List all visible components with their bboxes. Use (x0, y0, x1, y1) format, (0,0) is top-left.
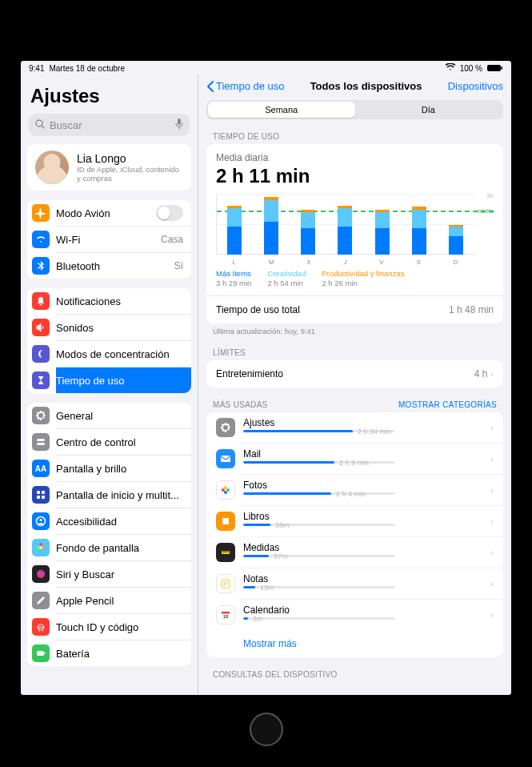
back-button[interactable]: Tiempo de uso (206, 80, 285, 92)
app-row-notas[interactable]: Notas13m› (240, 568, 503, 599)
sidebar-item-wifi[interactable]: Wi-FiCasa (56, 226, 191, 252)
app-name: Ajustes (243, 417, 482, 428)
sidebar-item-home-screen[interactable]: Pantalla de inicio y multit... (56, 481, 191, 508)
sidebar-item-apple-pencil[interactable]: Apple Pencil (56, 587, 191, 613)
total-usage-row[interactable]: Tiempo de uso total 1 h 48 min (206, 295, 503, 323)
show-categories-link[interactable]: MOSTRAR CATEGORÍAS (398, 400, 497, 409)
app-row-fotos[interactable]: Fotos2 h 4 min› (240, 474, 503, 505)
sidebar-item-accessibility[interactable]: Accesibilidad (56, 508, 191, 534)
svg-text:18: 18 (223, 614, 229, 619)
sidebar-item-label: Siri y Buscar (56, 568, 114, 580)
sidebar-item-label: Modo Avión (56, 207, 110, 219)
chart-bar (227, 206, 242, 255)
svg-rect-28 (222, 551, 230, 554)
svg-line-3 (42, 126, 44, 128)
person-icon (32, 512, 50, 530)
svg-point-16 (39, 549, 42, 552)
app-name: Libros (243, 511, 482, 522)
sidebar-item-notifications[interactable]: Notificaciones (27, 288, 191, 314)
app-time: 2 h 4 min (336, 490, 366, 498)
wifi-icon (32, 231, 50, 248)
devices-button[interactable]: Dispositivos (448, 80, 503, 92)
search-placeholder: Buscar (50, 119, 82, 131)
chevron-right-icon: › (490, 579, 494, 588)
sidebar-item-sounds[interactable]: Sonidos (56, 314, 191, 340)
app-row-medidas[interactable]: Medidas37m› (240, 536, 503, 568)
sidebar-item-focus[interactable]: Modos de concentración (56, 340, 191, 367)
svg-rect-1 (502, 66, 503, 70)
chevron-right-icon: › (490, 423, 494, 432)
show-more-button[interactable]: Mostrar más (206, 630, 503, 657)
svg-point-13 (39, 519, 42, 521)
sidebar-item-airplane[interactable]: Modo Avión (27, 200, 191, 226)
chart-bar (264, 197, 278, 255)
notes-icon (216, 574, 235, 593)
app-name: Calendario (243, 604, 482, 616)
total-usage-label: Tiempo de uso total (216, 304, 300, 315)
last-update-note: Última actualización: hoy, 9:41 (213, 327, 497, 335)
svg-point-15 (39, 543, 42, 546)
sidebar-item-siri[interactable]: Siri y Buscar (56, 560, 191, 587)
svg-rect-10 (37, 496, 40, 499)
ruler-icon (216, 543, 235, 562)
app-row-calendario[interactable]: 18Calendario2m› (240, 599, 503, 630)
app-time: 2 h 9 min (339, 459, 369, 467)
switches-icon (32, 433, 50, 451)
gear-icon (32, 407, 50, 424)
sidebar-item-wallpaper[interactable]: Fondo de pantalla (56, 534, 191, 560)
sidebar-item-general[interactable]: General (27, 403, 191, 428)
svg-rect-9 (42, 491, 45, 494)
sidebar-item-control-center[interactable]: Centro de control (56, 428, 191, 455)
status-time: 9:41 (29, 64, 44, 73)
sidebar-item-label: Apple Pencil (56, 595, 114, 607)
apple-id-card[interactable]: Lia Longo ID de Apple, iCloud, contenido… (27, 144, 191, 191)
sidebar-item-bluetooth[interactable]: BluetoothSí (56, 252, 191, 279)
usage-chart: 3h media LMXJVSD (216, 194, 494, 266)
day-label: S (417, 259, 421, 266)
svg-rect-0 (487, 65, 501, 71)
app-time: 2 h 34 min (358, 428, 391, 436)
app-name: Fotos (243, 480, 482, 491)
segment-week[interactable]: Semana (208, 102, 355, 118)
app-name: Notas (243, 573, 482, 584)
mail-icon (216, 449, 235, 468)
search-icon (35, 119, 45, 131)
app-row-ajustes[interactable]: Ajustes2 h 34 min› (206, 412, 503, 443)
bell-icon (32, 292, 50, 310)
search-input[interactable]: Buscar (29, 114, 190, 136)
chart-bar (301, 210, 315, 255)
sidebar-item-label: Centro de control (56, 436, 136, 448)
segment-day[interactable]: Día (355, 102, 502, 118)
app-row-mail[interactable]: Mail2 h 9 min› (240, 443, 503, 474)
page-title: Ajustes (30, 85, 188, 107)
svg-point-25 (226, 488, 230, 492)
app-row-libros[interactable]: Libros38m› (240, 505, 503, 536)
flower-icon (32, 539, 50, 556)
airplane-toggle[interactable] (156, 205, 183, 221)
sidebar-item-display[interactable]: AAPantalla y brillo (56, 455, 191, 481)
chart-bar (375, 210, 390, 255)
daily-average-label: Media diaria (216, 152, 494, 163)
day-label: D (454, 259, 458, 266)
sidebar-item-touchid[interactable]: Touch ID y código (56, 613, 191, 640)
limit-row-entertainment[interactable]: Entretenimiento 4 h › (206, 360, 503, 388)
chevron-right-icon: › (490, 516, 494, 526)
sidebar-item-battery[interactable]: Batería (56, 640, 191, 666)
account-subtitle: ID de Apple, iCloud, contenido y compras (77, 165, 183, 183)
sidebar-item-label: Modos de concentración (56, 348, 170, 360)
chart-bar (449, 225, 463, 255)
sidebar-item-label: Batería (56, 648, 90, 660)
sidebar-trailing: Sí (174, 260, 183, 271)
battery-icon (487, 64, 503, 72)
week-day-segment[interactable]: Semana Día (206, 100, 503, 119)
sidebar-item-screentime[interactable]: Tiempo de uso (56, 367, 191, 393)
chevron-right-icon: › (490, 454, 494, 464)
app-time: 37m (274, 552, 288, 560)
mic-icon[interactable] (175, 118, 183, 132)
day-label: L (232, 259, 235, 266)
home-button[interactable] (250, 713, 283, 746)
sidebar-item-label: General (56, 410, 93, 422)
sidebar-item-label: Wi-Fi (56, 234, 80, 246)
svg-point-18 (42, 546, 46, 549)
status-bar: 9:41 Martes 18 de octubre 100 % (21, 61, 511, 75)
